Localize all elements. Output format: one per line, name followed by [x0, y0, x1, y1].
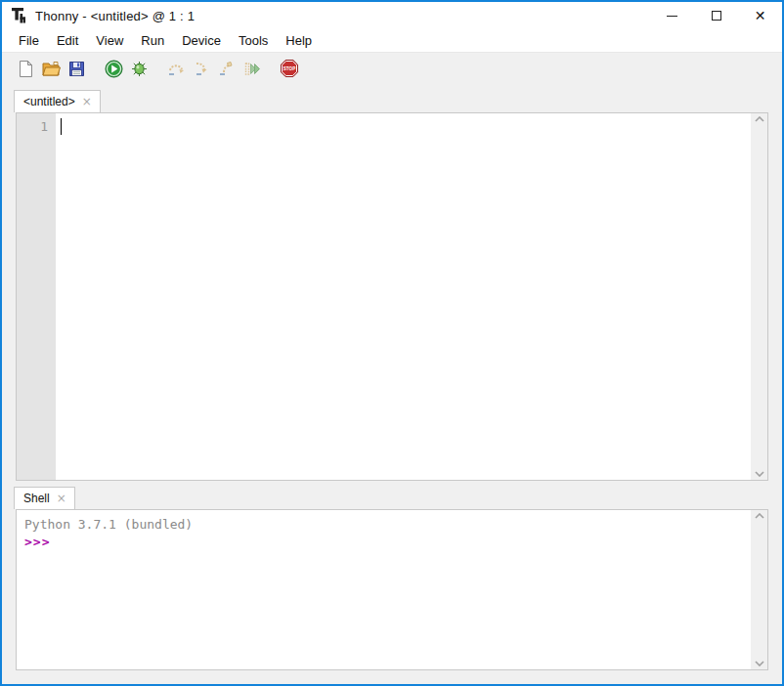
editor-panel[interactable]: 1	[16, 112, 768, 481]
debug-bug-icon	[130, 60, 149, 78]
scroll-up-icon[interactable]	[755, 513, 764, 519]
thonny-window: Thonny - <untitled> @ 1 : 1 ✕ File Edit …	[0, 0, 784, 686]
menu-tools[interactable]: Tools	[230, 30, 277, 51]
toolbar: STOP	[2, 53, 782, 84]
stop-button[interactable]: STOP	[278, 57, 301, 80]
menu-edit[interactable]: Edit	[48, 30, 87, 51]
line-number-gutter: 1	[17, 113, 56, 480]
open-folder-icon	[41, 60, 61, 77]
title-bar: Thonny - <untitled> @ 1 : 1 ✕	[2, 2, 782, 29]
code-editor-area[interactable]	[56, 113, 751, 480]
new-file-icon	[18, 60, 34, 78]
line-number: 1	[17, 119, 48, 134]
editor-tab-row: <untitled> ×	[4, 90, 780, 112]
save-file-button[interactable]	[65, 57, 88, 80]
svg-text:STOP: STOP	[283, 66, 295, 71]
resume-button	[240, 57, 264, 80]
shell-tab-label: Shell	[23, 492, 50, 505]
run-button[interactable]	[102, 57, 125, 80]
editor-tab-label: <untitled>	[23, 95, 75, 108]
menu-device[interactable]: Device	[173, 30, 230, 51]
shell-panel[interactable]: Python 3.7.1 (bundled) >>>	[16, 509, 768, 670]
scroll-down-icon[interactable]	[755, 471, 764, 477]
maximize-icon	[712, 11, 721, 21]
step-into-icon	[193, 61, 211, 77]
step-out-icon	[218, 61, 237, 77]
shell-prompt: >>>	[24, 534, 751, 551]
workspace: <untitled> × 1 Shell ×	[4, 84, 780, 682]
debug-button[interactable]	[127, 57, 151, 80]
shell-output[interactable]: Python 3.7.1 (bundled) >>>	[17, 510, 751, 669]
text-caret	[61, 118, 62, 135]
run-play-icon	[105, 60, 123, 78]
menu-help[interactable]: Help	[277, 30, 321, 51]
window-title: Thonny - <untitled> @ 1 : 1	[35, 9, 195, 23]
resume-icon	[243, 61, 262, 77]
window-controls: ✕	[650, 2, 782, 29]
open-file-button[interactable]	[39, 57, 63, 80]
minimize-icon	[667, 16, 677, 17]
save-floppy-icon	[68, 61, 85, 77]
scroll-up-icon[interactable]	[755, 116, 764, 122]
shell-tab-close-icon[interactable]: ×	[57, 493, 66, 504]
editor-scrollbar[interactable]	[751, 113, 767, 480]
close-button[interactable]: ✕	[738, 2, 782, 29]
menu-run[interactable]: Run	[132, 30, 173, 51]
step-into-button	[190, 57, 213, 80]
step-over-button	[164, 57, 188, 80]
thonny-logo-icon	[10, 6, 29, 25]
menu-file[interactable]: File	[10, 30, 48, 51]
step-over-icon	[167, 61, 186, 77]
close-icon: ✕	[755, 9, 766, 22]
shell-tab[interactable]: Shell ×	[14, 487, 75, 509]
shell-banner-text: Python 3.7.1 (bundled)	[24, 516, 751, 534]
editor-tab-untitled[interactable]: <untitled> ×	[14, 90, 101, 112]
menu-bar: File Edit View Run Device Tools Help	[2, 29, 782, 53]
step-out-button	[215, 57, 239, 80]
scroll-down-icon[interactable]	[755, 661, 764, 666]
menu-view[interactable]: View	[87, 30, 132, 51]
new-file-button[interactable]	[14, 57, 37, 80]
stop-sign-icon: STOP	[280, 59, 299, 78]
shell-tab-row: Shell ×	[4, 487, 780, 509]
editor-tab-close-icon[interactable]: ×	[82, 96, 92, 107]
maximize-button[interactable]	[694, 2, 738, 29]
shell-scrollbar[interactable]	[751, 510, 767, 669]
minimize-button[interactable]	[650, 2, 694, 29]
